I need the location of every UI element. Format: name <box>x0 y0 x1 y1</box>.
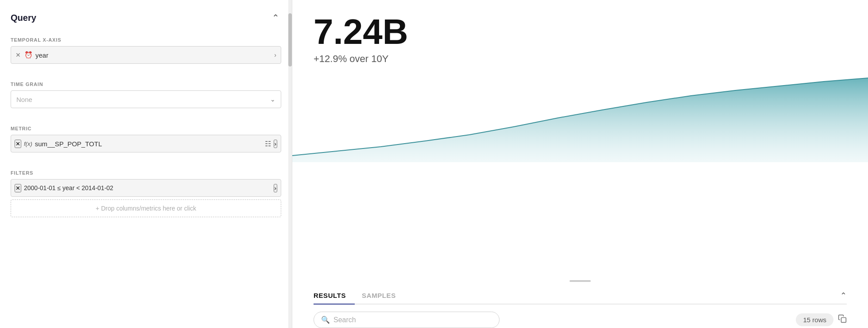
grid-icon: ☷ <box>265 140 271 148</box>
svg-marker-0 <box>292 78 868 162</box>
filter-expand-button[interactable]: › <box>274 184 277 192</box>
collapse-button[interactable]: ⌃ <box>270 11 281 25</box>
tab-samples[interactable]: SAMPLES <box>362 287 405 305</box>
metric-value: sum__SP_POP_TOTL <box>35 140 262 148</box>
filter-clear-button[interactable]: ✕ <box>15 184 21 192</box>
temporal-x-axis-clear-button[interactable]: ✕ <box>15 51 22 59</box>
filter-drop-zone[interactable]: + Drop columns/metrics here or click <box>11 199 281 217</box>
chart-svg <box>292 74 868 162</box>
search-input[interactable] <box>333 316 492 324</box>
right-panel: 7.24B +12.9% over 10Y <box>292 0 868 328</box>
rows-badge: 15 rows <box>796 313 847 326</box>
scrollbar-thumb <box>288 13 292 66</box>
search-and-actions: 🔍 15 rows <box>314 312 847 328</box>
metric-clear-button[interactable]: ✕ <box>15 140 21 148</box>
search-container[interactable]: 🔍 <box>314 312 500 328</box>
drag-handle[interactable] <box>570 280 591 282</box>
time-grain-placeholder: None <box>16 96 32 103</box>
filter-value: 2000-01-01 ≤ year < 2014-01-02 <box>24 184 271 191</box>
rows-count: 15 rows <box>796 313 833 326</box>
scrollbar[interactable] <box>288 0 292 328</box>
chart-area <box>292 74 868 277</box>
temporal-x-axis-label: TEMPORAL X-AXIS <box>11 37 281 43</box>
results-collapse-button[interactable]: ⌃ <box>840 291 847 301</box>
filters-section: FILTERS ✕ 2000-01-01 ≤ year < 2014-01-02… <box>11 170 281 217</box>
left-panel: Query ⌃ TEMPORAL X-AXIS ✕ ⏰ year › TIME … <box>0 0 292 328</box>
results-section: RESULTS SAMPLES ⌃ 🔍 15 rows <box>292 277 868 328</box>
tab-results[interactable]: RESULTS <box>314 287 355 305</box>
time-grain-label: TIME GRAIN <box>11 82 281 87</box>
drag-handle-container <box>314 280 847 287</box>
temporal-x-axis-field[interactable]: ✕ ⏰ year › <box>11 46 281 64</box>
temporal-x-axis-expand-button[interactable]: › <box>273 51 277 59</box>
drop-zone-text: + Drop columns/metrics here or click <box>96 205 196 212</box>
query-header: Query ⌃ <box>11 11 281 25</box>
tabs-left: RESULTS SAMPLES <box>314 287 412 304</box>
metric-section: METRIC ✕ f(x) sum__SP_POP_TOTL ☷ › <box>11 126 281 161</box>
big-number: 7.24B <box>314 14 847 50</box>
metric-label: METRIC <box>11 126 281 131</box>
chevron-down-icon: ⌄ <box>270 96 275 103</box>
svg-rect-1 <box>841 318 846 323</box>
metric-field[interactable]: ✕ f(x) sum__SP_POP_TOTL ☷ › <box>11 135 281 152</box>
query-title: Query <box>11 13 36 23</box>
filter-item[interactable]: ✕ 2000-01-01 ≤ year < 2014-01-02 › <box>11 179 281 197</box>
temporal-x-axis-section: TEMPORAL X-AXIS ✕ ⏰ year › <box>11 37 281 73</box>
fx-icon: f(x) <box>24 141 32 147</box>
metric-display: 7.24B +12.9% over 10Y <box>292 0 868 74</box>
filters-label: FILTERS <box>11 170 281 176</box>
clock-icon: ⏰ <box>24 51 33 59</box>
metric-expand-button[interactable]: › <box>274 140 277 148</box>
temporal-x-axis-value: year <box>35 51 271 59</box>
time-grain-select[interactable]: None ⌄ <box>11 90 281 108</box>
copy-button[interactable] <box>838 314 847 325</box>
time-grain-section: TIME GRAIN None ⌄ <box>11 82 281 117</box>
search-icon: 🔍 <box>321 316 330 324</box>
trend-text: +12.9% over 10Y <box>314 53 847 65</box>
results-tabs: RESULTS SAMPLES ⌃ <box>314 287 847 305</box>
